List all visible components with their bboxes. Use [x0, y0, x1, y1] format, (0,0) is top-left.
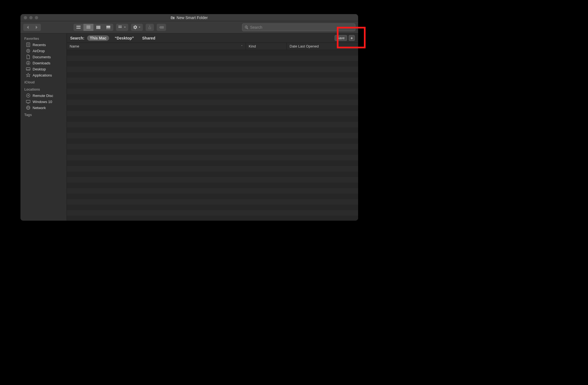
- group-button[interactable]: [116, 24, 128, 31]
- window-title: New Smart Folder: [40, 15, 338, 20]
- list-row: [67, 205, 358, 210]
- view-switcher: [74, 24, 113, 31]
- sidebar-item-remote-disc[interactable]: Remote Disc: [20, 93, 67, 99]
- svg-rect-23: [120, 27, 120, 28]
- sidebar-header-icloud: iCloud: [20, 79, 67, 85]
- icon-view-button[interactable]: [74, 24, 83, 31]
- search-icon: [245, 25, 248, 29]
- list-row: [67, 133, 358, 138]
- scope-shared[interactable]: Shared: [140, 35, 158, 41]
- traffic-lights: [24, 16, 38, 19]
- sidebar-item-documents[interactable]: Documents: [20, 54, 67, 60]
- scope-desktop[interactable]: “Desktop”: [112, 35, 136, 41]
- list-row: [67, 72, 358, 78]
- chevron-down-icon: [124, 27, 126, 28]
- list-row: [67, 144, 358, 149]
- column-date-last-opened[interactable]: Date Last Opened: [287, 43, 358, 50]
- svg-rect-11: [96, 26, 98, 29]
- list-row: [67, 94, 358, 100]
- svg-rect-5: [77, 28, 78, 29]
- scope-bar: Search: This Mac “Desktop” Shared Save +: [67, 33, 358, 43]
- file-list[interactable]: [67, 50, 358, 221]
- svg-rect-33: [26, 68, 30, 70]
- svg-point-36: [28, 95, 29, 96]
- share-icon: [148, 25, 152, 30]
- scope-this-mac[interactable]: This Mac: [87, 35, 109, 41]
- list-row: [67, 122, 358, 127]
- window-body: Favorites Recents AirDrop Documents Down…: [20, 33, 358, 221]
- back-button[interactable]: [23, 24, 32, 31]
- svg-rect-17: [109, 28, 109, 29]
- main-area: Search: This Mac “Desktop” Shared Save +…: [67, 33, 358, 221]
- svg-point-31: [28, 51, 28, 51]
- finder-window: New Smart Folder: [20, 14, 358, 221]
- svg-rect-9: [86, 27, 90, 27]
- tag-icon: [159, 26, 164, 29]
- column-kind[interactable]: Kind: [246, 43, 287, 50]
- sidebar-item-desktop[interactable]: Desktop: [20, 66, 67, 72]
- scope-actions: Save +: [335, 35, 355, 41]
- column-name[interactable]: Name ⌃: [67, 43, 246, 50]
- sidebar-header-locations: Locations: [20, 86, 67, 93]
- share-button[interactable]: [146, 24, 154, 31]
- applications-icon: [26, 73, 30, 77]
- chevron-down-icon: [138, 27, 141, 28]
- search-field[interactable]: [242, 23, 355, 31]
- svg-rect-16: [107, 28, 108, 29]
- forward-button[interactable]: [32, 24, 41, 31]
- svg-rect-24: [121, 27, 122, 28]
- list-row: [67, 166, 358, 172]
- list-row: [67, 160, 358, 166]
- action-button[interactable]: [131, 24, 143, 31]
- search-input[interactable]: [250, 25, 353, 30]
- list-row: [67, 67, 358, 72]
- list-row: [67, 78, 358, 83]
- svg-rect-14: [106, 26, 110, 28]
- nav-group: [23, 24, 41, 31]
- tags-button[interactable]: [157, 24, 166, 31]
- gallery-view-button[interactable]: [103, 24, 113, 31]
- column-view-button[interactable]: [93, 24, 103, 31]
- minimize-button[interactable]: [29, 16, 33, 19]
- svg-rect-19: [119, 26, 119, 27]
- list-row: [67, 105, 358, 111]
- list-row: [67, 61, 358, 67]
- close-button[interactable]: [24, 16, 27, 19]
- document-icon: [26, 55, 30, 59]
- list-row: [67, 188, 358, 194]
- svg-rect-15: [106, 28, 107, 29]
- sidebar-item-network[interactable]: Network: [20, 105, 67, 111]
- gear-icon: [133, 25, 137, 29]
- column-headers: Name ⌃ Kind Date Last Opened: [67, 43, 358, 50]
- list-row: [67, 50, 358, 56]
- sidebar-item-downloads[interactable]: Downloads: [20, 60, 67, 66]
- list-view-button[interactable]: [83, 24, 93, 31]
- globe-icon: [26, 106, 30, 110]
- list-row: [67, 138, 358, 144]
- zoom-button[interactable]: [35, 16, 38, 19]
- svg-rect-37: [26, 100, 30, 103]
- smart-folder-icon: [171, 16, 175, 19]
- list-row: [67, 199, 358, 205]
- sidebar-header-tags: Tags: [20, 112, 67, 118]
- svg-rect-13: [99, 26, 100, 29]
- display-icon: [26, 99, 30, 104]
- svg-rect-18: [110, 28, 110, 29]
- airdrop-icon: [26, 49, 30, 53]
- list-row: [67, 111, 358, 116]
- sidebar: Favorites Recents AirDrop Documents Down…: [20, 33, 67, 221]
- sidebar-item-recents[interactable]: Recents: [20, 42, 67, 48]
- sidebar-item-airdrop[interactable]: AirDrop: [20, 48, 67, 54]
- sidebar-item-applications[interactable]: Applications: [20, 72, 67, 78]
- list-row: [67, 177, 358, 183]
- save-button[interactable]: Save: [335, 35, 347, 41]
- titlebar: New Smart Folder: [20, 14, 358, 21]
- sidebar-header-favorites: Favorites: [20, 36, 67, 42]
- list-row: [67, 56, 358, 61]
- list-row: [67, 183, 358, 188]
- add-criteria-button[interactable]: +: [349, 35, 355, 41]
- download-icon: [26, 61, 30, 65]
- sidebar-item-windows-10[interactable]: Windows 10: [20, 99, 67, 105]
- list-row: [67, 210, 358, 216]
- svg-rect-12: [98, 26, 99, 29]
